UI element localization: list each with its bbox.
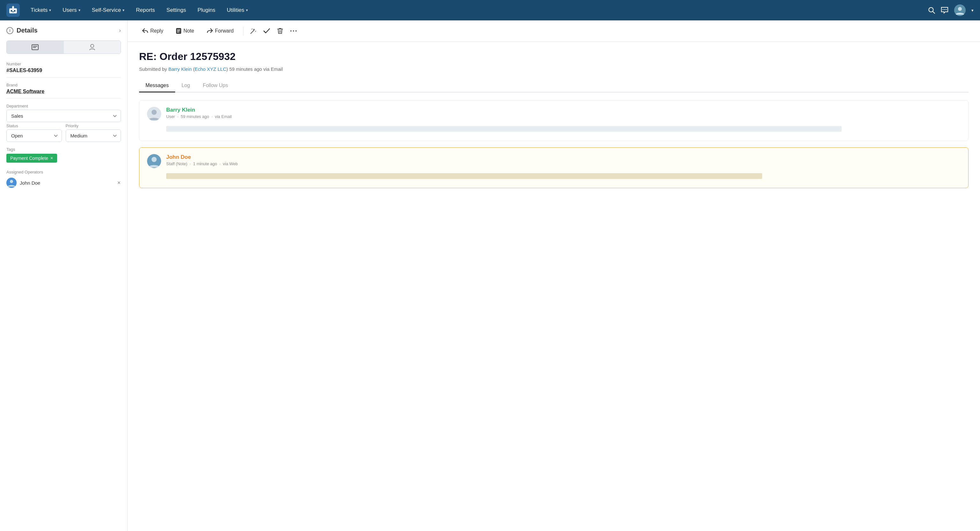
sidebar-collapse-button[interactable]: › [119, 27, 121, 34]
user-menu-chevron[interactable]: ▾ [971, 8, 974, 13]
brand-value: ACME Software [6, 89, 121, 94]
logo[interactable] [6, 3, 20, 17]
svg-point-1 [11, 10, 13, 12]
delete-button[interactable] [274, 25, 286, 37]
svg-point-8 [943, 9, 943, 10]
forward-button[interactable]: Forward [201, 25, 240, 37]
msg-channel-1: via Email [215, 114, 232, 119]
nav-users-chevron: ▾ [78, 8, 80, 13]
svg-point-34 [151, 157, 157, 162]
user-silhouette-icon [147, 107, 161, 121]
nav-selfservice-chevron: ▾ [123, 8, 124, 13]
info-icon: i [6, 27, 13, 34]
message-meta-2: Staff (Note) · 1 minute ago · via Web [166, 161, 961, 166]
submitted-channel: via Email [263, 66, 283, 72]
svg-point-10 [946, 9, 947, 10]
msg-time-2: 1 minute ago [193, 161, 217, 166]
svg-point-16 [91, 45, 94, 48]
svg-line-25 [252, 29, 252, 29]
message-avatar-2 [147, 154, 161, 168]
search-icon [928, 7, 935, 14]
sidebar-header: i Details › [6, 27, 121, 34]
svg-rect-21 [177, 31, 180, 32]
ticket-title: RE: Order 12575932 [139, 51, 969, 62]
nav-tickets[interactable]: Tickets ▾ [26, 5, 56, 16]
operators-area: Assigned Operators John Doe ✕ [6, 170, 121, 190]
staff-avatar-icon [147, 154, 161, 168]
number-label: Number [6, 62, 121, 66]
chat-button[interactable] [941, 7, 948, 14]
note-icon [176, 28, 181, 34]
app-body: i Details › Number #SALES [0, 21, 980, 531]
resolve-button[interactable] [261, 25, 273, 37]
ticket-view-button[interactable] [7, 41, 64, 54]
navbar: Tickets ▾ Users ▾ Self-Service ▾ Reports… [0, 0, 980, 21]
svg-rect-20 [177, 30, 180, 30]
reply-button[interactable]: Reply [137, 25, 169, 37]
submitter-company-link[interactable]: Echo XYZ LLC [195, 66, 226, 72]
submitted-prefix: Submitted by [139, 66, 167, 72]
tab-messages[interactable]: Messages [139, 79, 175, 92]
message-card-2: John Doe Staff (Note) · 1 minute ago · v… [139, 147, 969, 188]
more-icon [290, 30, 297, 32]
status-priority-row: Status Open Pending Resolved Closed Prio… [6, 123, 121, 142]
tag-label: Payment Complete [10, 156, 48, 161]
nav-settings[interactable]: Settings [162, 5, 191, 16]
nav-tickets-chevron: ▾ [49, 8, 51, 13]
svg-rect-3 [12, 11, 14, 12]
message-content-bar-2 [166, 173, 762, 179]
message-body-1 [139, 126, 968, 141]
svg-line-24 [255, 31, 256, 32]
ticket-view-icon [32, 45, 38, 50]
svg-line-23 [251, 30, 254, 33]
user-view-icon [89, 44, 95, 50]
wand-icon [250, 28, 256, 34]
msg-channel-2: via Web [223, 161, 238, 166]
msg-type-2: Staff (Note) [166, 161, 187, 166]
ticket-tabs: Messages Log Follow Ups [139, 79, 969, 92]
department-select[interactable]: Sales Support Billing Technical [6, 110, 121, 122]
user-avatar[interactable] [954, 5, 966, 16]
tag-remove-button[interactable]: ✕ [50, 156, 53, 161]
reply-icon [142, 29, 148, 33]
note-button[interactable]: Note [170, 25, 200, 37]
status-label: Status [6, 123, 62, 128]
tags-area: Tags Payment Complete ✕ [6, 147, 121, 165]
svg-rect-14 [33, 46, 37, 46]
nav-reports[interactable]: Reports [131, 5, 159, 16]
submitted-time: 59 minutes ago [229, 66, 262, 72]
svg-line-7 [933, 11, 935, 13]
message-body-2 [139, 173, 968, 188]
tab-log[interactable]: Log [175, 79, 197, 92]
status-col: Status Open Pending Resolved Closed [6, 123, 62, 142]
message-content-bar-1 [166, 126, 842, 132]
svg-point-30 [295, 30, 297, 32]
nav-plugins[interactable]: Plugins [193, 5, 220, 16]
user-view-button[interactable] [64, 41, 121, 54]
check-icon [264, 29, 270, 33]
brand-label: Brand [6, 83, 121, 87]
operator-remove-button[interactable]: ✕ [117, 180, 121, 185]
submitter-name-link[interactable]: Barry Klein [169, 66, 192, 72]
message-author-2: John Doe [166, 154, 961, 161]
nav-utilities[interactable]: Utilities ▾ [222, 5, 252, 16]
operator-avatar [6, 178, 17, 188]
message-header-1: Barry Klein User · 59 minutes ago · via … [139, 100, 968, 126]
more-button[interactable] [288, 25, 299, 37]
svg-rect-15 [33, 47, 36, 48]
nav-selfservice[interactable]: Self-Service ▾ [88, 5, 129, 16]
status-select[interactable]: Open Pending Resolved Closed [6, 129, 62, 142]
priority-col: Priority Low Medium High Critical [66, 123, 121, 142]
nav-icons: ▾ [928, 5, 974, 16]
nav-users[interactable]: Users ▾ [58, 5, 84, 16]
nav-utilities-chevron: ▾ [246, 8, 248, 13]
tab-follow-ups[interactable]: Follow Ups [197, 79, 234, 92]
operator-name: John Doe [20, 180, 40, 186]
ticket-number: #SALES-63959 [6, 68, 121, 73]
priority-select[interactable]: Low Medium High Critical [66, 129, 121, 142]
wand-button[interactable] [247, 25, 259, 37]
search-button[interactable] [928, 7, 935, 14]
forward-icon [207, 29, 213, 33]
toolbar-divider-1 [243, 27, 243, 35]
toolbar: Reply Note Forward [127, 21, 980, 42]
